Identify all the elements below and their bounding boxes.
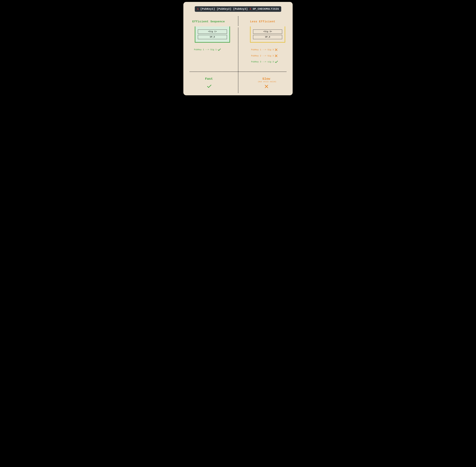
num-total: 3 — [249, 8, 251, 11]
check-line: PubKey 1 --> Sig 3 — [251, 49, 277, 51]
stack-item-op0: OP_0 — [253, 35, 282, 39]
check-text: PubKey 1 --> Sig 3 — [251, 49, 274, 51]
title-efficient: Efficient Sequence — [192, 20, 225, 23]
result-fast: Fast — [205, 77, 213, 81]
stack-item-op0: OP_0 — [198, 35, 227, 39]
check-text: PubKey 3 --> sig 3 — [251, 61, 274, 63]
divider-vertical — [238, 16, 238, 26]
stack-efficient: <Sig 1> OP_0 — [195, 26, 230, 43]
check-line: PubKey 3 --> sig 3 — [251, 61, 278, 63]
diagram-canvas: 1 [PubKey1] [PubKey2] [PubKey3] 3 OP_CHE… — [183, 2, 293, 95]
divider-vertical — [238, 27, 238, 93]
divider-horizontal — [190, 72, 286, 72]
result-subnote: (but still valid) — [258, 81, 276, 83]
title-less-efficient: Less Efficient — [250, 20, 275, 23]
check-line: PubKey 2 --> Sig 3 — [251, 55, 277, 57]
stack-item-sig: <Sig 1> — [198, 29, 227, 34]
pubkey-2: [PubKey2] — [217, 8, 231, 11]
cross-icon — [275, 55, 277, 57]
opcode: OP_CHECKMULTISIG — [253, 8, 279, 11]
check-icon — [207, 85, 211, 88]
cross-icon — [275, 49, 277, 51]
result-slow: Slow — [262, 77, 270, 81]
check-icon — [275, 61, 278, 63]
check-line: PubKey 1 --> Sig 1 — [194, 49, 221, 51]
check-text: PubKey 2 --> Sig 3 — [251, 55, 274, 57]
check-icon — [218, 49, 221, 51]
cross-icon — [265, 85, 268, 88]
pubkey-1: [PubKey1] — [200, 8, 215, 11]
stack-less-efficient: <Sig 3> OP_0 — [250, 26, 285, 43]
check-text: PubKey 1 --> Sig 1 — [194, 49, 217, 51]
num-required: 1 — [197, 8, 199, 11]
stack-item-sig: <Sig 3> — [253, 29, 282, 34]
pubkey-3: [PubKey3] — [233, 8, 248, 11]
script-bar: 1 [PubKey1] [PubKey2] [PubKey3] 3 OP_CHE… — [195, 6, 281, 12]
